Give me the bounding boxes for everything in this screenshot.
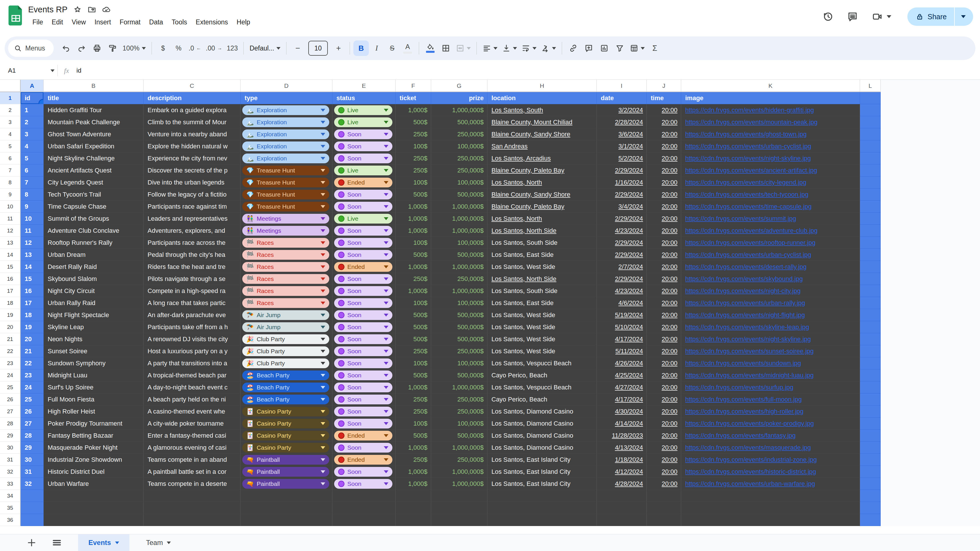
menu-view[interactable]: View bbox=[67, 17, 90, 28]
cell-B3[interactable]: Mountain Peak Challenge bbox=[44, 116, 143, 128]
cell-F7[interactable]: 250$ bbox=[396, 164, 431, 176]
type-caret-icon[interactable] bbox=[321, 109, 325, 112]
type-chip[interactable]: 💎Treasure Hunt bbox=[242, 202, 329, 211]
zoom-select[interactable]: 100% bbox=[120, 40, 148, 56]
image-url-link[interactable]: https://cdn.frvgs.com/events/urban-cycli… bbox=[685, 143, 811, 150]
cell-A6[interactable]: 5 bbox=[21, 152, 44, 164]
type-caret-icon[interactable] bbox=[321, 470, 325, 473]
type-chip[interactable]: 🏔️Exploration bbox=[242, 141, 329, 151]
status-chip[interactable]: Ended bbox=[334, 431, 392, 440]
status-caret-icon[interactable] bbox=[384, 157, 388, 160]
cell-I16[interactable]: 2/29/2024 bbox=[597, 273, 647, 285]
increase-font-size-button[interactable]: + bbox=[331, 40, 346, 56]
cell-I10[interactable]: 3/4/2024 bbox=[597, 201, 647, 213]
cell-J34[interactable] bbox=[647, 490, 681, 502]
cell-H34[interactable] bbox=[487, 490, 597, 502]
cell-C21[interactable]: A renowned DJ visits the city bbox=[143, 333, 240, 345]
cell-H35[interactable] bbox=[487, 502, 597, 514]
cell-G36[interactable] bbox=[431, 514, 487, 526]
cell-B35[interactable] bbox=[44, 502, 143, 514]
time-value[interactable]: 20:00 bbox=[662, 456, 678, 464]
cell-L30[interactable] bbox=[860, 441, 881, 454]
cell-B19[interactable]: Night Flight Spectacle bbox=[44, 309, 143, 321]
cell-F5[interactable]: 100$ bbox=[396, 140, 431, 152]
cell-L3[interactable] bbox=[860, 116, 881, 128]
print-button[interactable] bbox=[89, 40, 105, 56]
row-header-4[interactable]: 4 bbox=[0, 128, 21, 140]
image-url-link[interactable]: https://cdn.frvgs.com/events/urban-rally… bbox=[685, 299, 805, 307]
status-caret-icon[interactable] bbox=[384, 145, 388, 148]
status-chip[interactable]: Live bbox=[334, 105, 392, 115]
status-chip[interactable]: Soon bbox=[334, 286, 392, 296]
share-caret-icon[interactable] bbox=[961, 15, 966, 18]
cell-E20[interactable]: Soon bbox=[332, 321, 396, 333]
cell-B15[interactable]: Desert Rally Raid bbox=[44, 261, 143, 273]
cell-C27[interactable]: A casino-themed event whe bbox=[143, 405, 240, 418]
column-header-B[interactable]: B bbox=[44, 80, 143, 92]
column-header-G[interactable]: G bbox=[431, 80, 487, 92]
cell-A28[interactable]: 27 bbox=[21, 418, 44, 430]
cell-G26[interactable]: 250,000$ bbox=[431, 394, 487, 405]
horizontal-align-button[interactable] bbox=[480, 40, 500, 56]
cell-K24[interactable]: https://cdn.frvgs.com/events/midnight-lu… bbox=[681, 369, 860, 381]
image-url-link[interactable]: https://cdn.frvgs.com/events/city-legend… bbox=[685, 179, 807, 186]
row-header-9[interactable]: 9 bbox=[0, 189, 21, 201]
row-header-1[interactable]: 1 bbox=[0, 92, 21, 104]
cell-D29[interactable]: 🃏Casino Party bbox=[240, 430, 332, 441]
cell-J28[interactable]: 20:00 bbox=[647, 418, 681, 430]
select-all-corner[interactable] bbox=[0, 80, 21, 92]
cell-H7[interactable]: Blaine County, Paleto Bay bbox=[487, 164, 597, 176]
cell-H30[interactable]: Los Santos, Diamond Casino bbox=[487, 441, 597, 454]
date-value[interactable]: 5/10/2024 bbox=[615, 324, 643, 331]
image-url-link[interactable]: https://cdn.frvgs.com/events/historic-di… bbox=[685, 468, 816, 476]
image-url-link[interactable]: https://cdn.frvgs.com/events/high-roller… bbox=[685, 408, 803, 415]
status-caret-icon[interactable] bbox=[384, 374, 388, 377]
status-caret-icon[interactable] bbox=[384, 422, 388, 425]
cell-C32[interactable]: A paintball battle set in a cor bbox=[143, 466, 240, 478]
vertical-align-button[interactable] bbox=[500, 40, 519, 56]
type-chip[interactable]: 🃏Casino Party bbox=[242, 431, 329, 440]
cell-H19[interactable]: Los Santos, West Side bbox=[487, 309, 597, 321]
column-header-E[interactable]: E bbox=[332, 80, 396, 92]
cell-G3[interactable]: 500,000$ bbox=[431, 116, 487, 128]
share-button[interactable]: Share bbox=[907, 8, 973, 26]
type-caret-icon[interactable] bbox=[321, 133, 325, 136]
type-caret-icon[interactable] bbox=[321, 398, 325, 401]
cell-B21[interactable]: Neon Nights bbox=[44, 333, 143, 345]
cell-C14[interactable]: Pedal through the city's hea bbox=[143, 249, 240, 261]
time-value[interactable]: 20:00 bbox=[662, 324, 678, 331]
selection-handle[interactable] bbox=[38, 99, 44, 104]
cell-B27[interactable]: High Roller Heist bbox=[44, 405, 143, 418]
status-chip[interactable]: Soon bbox=[334, 274, 392, 284]
insert-comment-button[interactable] bbox=[581, 40, 597, 56]
cell-A35[interactable] bbox=[21, 502, 44, 514]
type-chip[interactable]: 👫Meetings bbox=[242, 226, 329, 236]
cell-G27[interactable]: 250,000$ bbox=[431, 405, 487, 418]
cell-L6[interactable] bbox=[860, 152, 881, 164]
cell-G24[interactable]: 500,000$ bbox=[431, 369, 487, 381]
cell-C25[interactable]: A day-to-night beach event c bbox=[143, 381, 240, 394]
type-caret-icon[interactable] bbox=[321, 386, 325, 389]
cell-L23[interactable] bbox=[860, 357, 881, 369]
cell-G14[interactable]: 500,000$ bbox=[431, 249, 487, 261]
cell-B2[interactable]: Hidden Graffiti Tour bbox=[44, 104, 143, 116]
type-chip[interactable]: 💎Treasure Hunt bbox=[242, 165, 329, 175]
cell-E25[interactable]: Soon bbox=[332, 381, 396, 394]
cell-L16[interactable] bbox=[860, 273, 881, 285]
date-value[interactable]: 4/27/2024 bbox=[615, 384, 643, 391]
cell-L22[interactable] bbox=[860, 345, 881, 357]
status-chip[interactable]: Soon bbox=[334, 479, 392, 489]
cell-E12[interactable]: Soon bbox=[332, 225, 396, 237]
sheet-tab-events[interactable]: Events bbox=[78, 534, 129, 551]
date-value[interactable]: 5/19/2024 bbox=[615, 311, 643, 319]
type-chip[interactable]: 🏁Races bbox=[242, 250, 329, 260]
cell-B36[interactable] bbox=[44, 514, 143, 526]
cell-L34[interactable] bbox=[860, 490, 881, 502]
cell-J21[interactable]: 20:00 bbox=[647, 333, 681, 345]
cell-K33[interactable]: https://cdn.frvgs.com/events/urban-warfa… bbox=[681, 478, 860, 490]
status-caret-icon[interactable] bbox=[384, 133, 388, 136]
date-value[interactable]: 2/29/2024 bbox=[615, 275, 643, 283]
cell-A8[interactable]: 7 bbox=[21, 176, 44, 189]
cell-G23[interactable]: 100,000$ bbox=[431, 357, 487, 369]
status-chip[interactable]: Live bbox=[334, 214, 392, 224]
